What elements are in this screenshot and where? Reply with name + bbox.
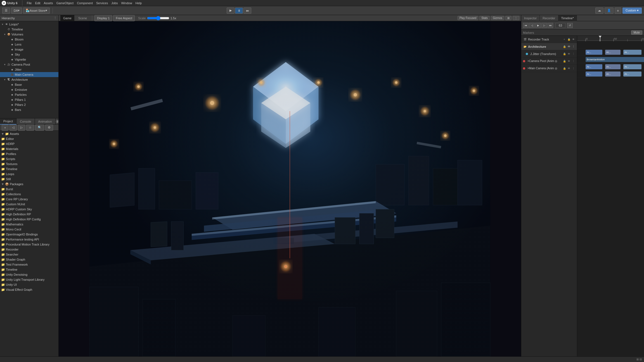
pkg-item-high-definition-rp-config[interactable]: 📁High Definition RP Config	[0, 217, 58, 222]
track-mute-btn[interactable]: 👁	[571, 37, 575, 41]
hierarchy-item-lens[interactable]: ◈Lens	[0, 42, 58, 47]
tab-recorder[interactable]: Recorder	[540, 15, 558, 21]
view-options-btn[interactable]: ⋮	[513, 16, 519, 20]
pkg-item-mono-cecil[interactable]: 📁Mono Cecil	[0, 227, 58, 232]
campivot-clip-1[interactable]: Ar...	[586, 64, 602, 69]
pkg-item-unity-ui[interactable]: 📁Unity UI	[0, 282, 58, 287]
proj-add-btn[interactable]: +	[2, 125, 8, 131]
tab-animation[interactable]: Animation	[35, 118, 56, 125]
hierarchy-item-volumes[interactable]: ▼📦Volumes	[0, 32, 58, 37]
arch-clip-3[interactable]: Ar...	[623, 50, 641, 55]
pkg-item-core-rp-library[interactable]: 📁Core RP Library	[0, 197, 58, 202]
play-focused-btn[interactable]: Play Focused	[458, 16, 479, 20]
layers-btn[interactable]: ≡	[615, 8, 621, 14]
hierarchy-item-pillars1[interactable]: ◈Pillars 1	[0, 97, 58, 102]
hierarchy-item-sky[interactable]: ◈Sky	[0, 52, 58, 57]
pkg-item-procedural-motion-track-library[interactable]: 📁Procedural Motion Track Library	[0, 242, 58, 247]
campivot-clip-3[interactable]: Ar...	[623, 64, 641, 69]
track-campivot-opts[interactable]: ⋮	[571, 59, 575, 63]
proj-settings-btn[interactable]: ⚙	[45, 125, 53, 131]
track-maincam-opts[interactable]: ⋮	[571, 66, 575, 70]
track-maincam-mute[interactable]: 👁	[567, 66, 571, 70]
tl-play[interactable]: ▶	[535, 23, 541, 28]
menu-window[interactable]: Window	[121, 1, 132, 5]
asset-item-textures[interactable]: 📁Textures	[0, 161, 58, 166]
track-jitter-lock[interactable]: 🔒	[562, 52, 566, 56]
hierarchy-item-jitter[interactable]: ◈Jitter	[0, 67, 58, 72]
menu-jobs[interactable]: Jobs	[111, 1, 118, 5]
pkg-item-visual-effect-graph[interactable]: 📁Visual Effect Graph	[0, 287, 58, 292]
pkg-item-shader-graph[interactable]: 📁Shader Graph	[0, 257, 58, 262]
menu-services[interactable]: Services	[96, 1, 108, 5]
track-arch-lock[interactable]: 🔒	[562, 45, 566, 49]
tl-loop[interactable]: ↺	[567, 23, 573, 28]
pkg-item-unity-light-transport-library[interactable]: 📁Unity Light Transport Library	[0, 277, 58, 282]
pkg-item-timeline[interactable]: 📁Timeline	[0, 267, 58, 272]
track-campivot-mute[interactable]: 👁	[567, 59, 571, 63]
asset-store-btn[interactable]: 🏪 Asset Store ▾	[23, 8, 50, 14]
project-btn[interactable]: ☰	[2, 8, 10, 14]
pkg-item-custom-nunit[interactable]: 📁Custom NUnit	[0, 202, 58, 207]
hierarchy-item-emissive[interactable]: ◈Emissive	[0, 87, 58, 92]
menu-gameobject[interactable]: GameObject	[56, 1, 74, 5]
track-add-clip-btn[interactable]: +	[562, 37, 566, 41]
account-btn[interactable]: 👤	[605, 8, 614, 14]
tab-project[interactable]: Project	[0, 118, 16, 125]
tab-inspector[interactable]: Inspector	[521, 15, 540, 21]
maincam-clip-1[interactable]: Ar...	[586, 72, 602, 77]
pkg-item-collections[interactable]: 📁Collections	[0, 192, 58, 197]
project-assets-folder[interactable]: ▼📁Assets	[0, 131, 58, 136]
pkg-item-searcher[interactable]: 📁Searcher	[0, 252, 58, 257]
maximize-btn[interactable]: ⊞	[505, 16, 512, 20]
aspect-btn[interactable]: Free Aspect	[113, 15, 135, 21]
pause-button[interactable]: ⏸	[235, 8, 243, 14]
hierarchy-item-main_camera[interactable]: 🎥Main Camera	[0, 72, 58, 77]
play-button[interactable]: ▶	[227, 8, 235, 14]
hierarchy-item-pillars2[interactable]: ◈Pillars 2	[0, 102, 58, 107]
tl-goto-end[interactable]: ⏭	[548, 23, 553, 28]
hierarchy-item-timeline[interactable]: ⏱Timeline	[0, 27, 58, 32]
hierarchy-options-btn[interactable]: ⋮	[54, 16, 57, 20]
asset-item-profiles[interactable]: 📁Profiles	[0, 151, 58, 156]
track-lock-btn[interactable]: 🔒	[567, 37, 571, 41]
asset-item-timeline[interactable]: 📁Timeline	[0, 166, 58, 172]
track-arch-mute[interactable]: 👁	[567, 45, 571, 49]
gizmos-btn[interactable]: Gizmos	[491, 16, 504, 20]
timeline-frame-input[interactable]: 63	[555, 23, 565, 28]
hierarchy-item-camera_pivot[interactable]: ▼🎥Camera Pivot	[0, 62, 58, 67]
project-packages-folder[interactable]: ▼📦Packages	[0, 182, 58, 187]
hierarchy-item-architecture[interactable]: ▼🏗Architecture	[0, 77, 58, 82]
track-campivot-lock[interactable]: 🔒	[562, 59, 566, 63]
menu-file[interactable]: File	[27, 1, 32, 5]
mute-button[interactable]: Mute	[631, 30, 642, 35]
pkg-item-performance-testing-api[interactable]: 📁Performance testing API	[0, 237, 58, 242]
proj-fav-btn[interactable]: ☆	[26, 125, 34, 131]
asset-item-still[interactable]: 📁Still	[0, 177, 58, 182]
proj-back-btn[interactable]: ◁	[10, 125, 17, 131]
asset-item-hdrp[interactable]: 📁HDRP	[0, 141, 58, 146]
track-arch-options[interactable]: ⋮	[571, 45, 575, 49]
tab-game[interactable]: Game	[60, 15, 74, 21]
asset-item-scripts[interactable]: 📁Scripts	[0, 156, 58, 161]
track-jitter-mute[interactable]: 👁	[567, 52, 571, 56]
tab-scene[interactable]: Scene	[75, 15, 90, 21]
tl-prev-frame[interactable]: ◁	[529, 23, 535, 28]
proj-search-btn[interactable]: 🔍	[35, 125, 44, 131]
hierarchy-item-loops[interactable]: ▼👁Loops*	[0, 22, 58, 27]
pkg-item-mathematics[interactable]: 📁Mathematics	[0, 222, 58, 227]
hierarchy-item-image[interactable]: ◈Image	[0, 47, 58, 52]
track-maincam-lock[interactable]: 🔒	[562, 66, 566, 70]
step-button[interactable]: ⏭	[243, 8, 251, 14]
pkg-item-recorder[interactable]: 📁Recorder	[0, 247, 58, 252]
arch-clip-1[interactable]: Ar...	[586, 50, 602, 55]
proj-fwd-btn[interactable]: ▷	[18, 125, 25, 131]
display-btn[interactable]: Display 1	[94, 15, 112, 21]
tl-goto-start[interactable]: ⏮	[523, 23, 529, 28]
asset-item-materials[interactable]: 📁Materials	[0, 146, 58, 151]
hierarchy-item-particles[interactable]: ◈Particles	[0, 92, 58, 97]
pkg-item-unity-denoising[interactable]: 📁Unity Denoising	[0, 272, 58, 277]
menu-help[interactable]: Help	[136, 1, 142, 5]
collab-btn[interactable]: ☁	[595, 8, 603, 14]
pkg-item-burst[interactable]: 📁Burst	[0, 187, 58, 192]
pkg-item-openimageio-bindings[interactable]: 📁OpenImageIO Bindings	[0, 232, 58, 237]
